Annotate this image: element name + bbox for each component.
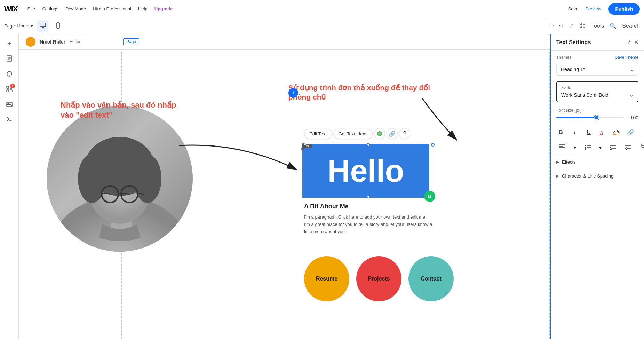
link-text-button[interactable]: 🔗 — [626, 128, 635, 137]
canvas-page: Nicol Rider Editor Page — [19, 34, 550, 339]
effects-arrow-icon: ▶ — [556, 160, 559, 164]
bold-button[interactable]: B — [556, 128, 565, 137]
contact-button[interactable]: Contact — [408, 256, 454, 301]
nav-devmode[interactable]: Dev Mode — [65, 6, 86, 11]
about-me-title: A Bit About Me — [304, 203, 433, 210]
svg-point-31 — [585, 145, 586, 146]
themes-row: Themes Save Theme — [551, 51, 644, 61]
page-selector-label: Page: Home — [4, 23, 29, 29]
projects-button[interactable]: Projects — [356, 256, 401, 301]
char-spacing-arrow-icon: ▶ — [556, 174, 559, 178]
canvas-area: Nicol Rider Editor Page — [19, 34, 550, 339]
nav-help[interactable]: Help — [138, 6, 148, 11]
themes-label: Themes — [556, 55, 571, 60]
char-spacing-accordion[interactable]: ▶ Character & Line Spacing — [551, 169, 644, 183]
add-element-button[interactable]: + — [288, 88, 298, 98]
heading-value: Heading 1* — [561, 66, 585, 72]
nav-upgrade[interactable]: Upgrade — [154, 6, 173, 11]
text-effect-button[interactable] — [374, 128, 385, 139]
fontsize-slider[interactable] — [556, 117, 624, 118]
nav-settings[interactable]: Settings — [42, 6, 58, 11]
user-info-bar: Nicol Rider Editor — [19, 34, 550, 50]
add-element-button[interactable]: ＋ — [3, 37, 16, 49]
edit-text-toolbar: Edit Text Get Text Ideas 🔗 ? — [304, 128, 410, 139]
save-theme-link[interactable]: Save Theme — [615, 55, 638, 60]
align-dropdown-button[interactable]: ▾ — [572, 144, 578, 151]
rotate-handle[interactable]: ↺ — [300, 146, 306, 152]
svg-point-32 — [585, 147, 586, 148]
publish-button[interactable]: Publish — [608, 3, 640, 15]
save-button[interactable]: Save — [568, 6, 579, 11]
text-highlight-button[interactable]: A — [612, 128, 621, 137]
undo-button[interactable]: ↩ — [549, 23, 554, 29]
about-me-section: A Bit About Me I'm a paragraph. Click he… — [304, 203, 433, 235]
help-button[interactable]: ? — [399, 128, 410, 139]
slider-row: 100 — [551, 115, 644, 125]
resize-handle-tr[interactable] — [431, 143, 435, 147]
align-left-button[interactable] — [556, 143, 568, 152]
underline-button[interactable]: U — [584, 128, 593, 137]
effects-accordion[interactable]: ▶ Effects — [551, 155, 644, 169]
user-role: Editor — [70, 39, 80, 44]
svg-rect-10 — [10, 86, 12, 88]
desktop-view-button[interactable] — [37, 21, 48, 32]
list-dropdown-button[interactable]: ▾ — [597, 144, 604, 151]
outdent-button[interactable] — [622, 143, 634, 152]
heading-dropdown[interactable]: Heading 1* ⌄ — [556, 63, 638, 76]
second-toolbar: Page: Home ▾ ↩ ↪ ⤢ Tools 🔍 Search — [0, 18, 644, 34]
buttons-row: Resume Projects Contact — [304, 256, 454, 301]
resume-button[interactable]: Resume — [304, 256, 349, 301]
pages-button[interactable] — [3, 52, 16, 65]
left-sidebar: ＋ — [0, 34, 19, 339]
nav-hire[interactable]: Hire a Professional — [93, 6, 131, 11]
direction-button[interactable] — [638, 143, 644, 152]
svg-rect-12 — [10, 90, 12, 92]
portrait-placeholder — [47, 105, 193, 252]
media-button[interactable] — [3, 98, 16, 111]
search-icon[interactable]: 🔍 — [610, 23, 617, 29]
portrait-image — [47, 105, 193, 252]
fonts-dropdown[interactable]: Work Sans Semi Bold ⌄ — [561, 92, 634, 98]
resize-handle-bc[interactable] — [367, 195, 370, 198]
svg-rect-0 — [40, 23, 46, 27]
hello-text: Hello — [327, 155, 404, 187]
hello-text-box[interactable]: Hello — [302, 144, 429, 198]
mobile-view-button[interactable] — [53, 21, 64, 32]
apps-button[interactable] — [3, 83, 16, 95]
char-spacing-label: Character & Line Spacing — [562, 173, 613, 179]
plus-icon: ＋ — [6, 39, 13, 47]
format-row: B I U A A 🔗 — [551, 125, 644, 140]
blog-button[interactable] — [3, 113, 16, 126]
nav-site[interactable]: Site — [27, 6, 35, 11]
toolbar-actions: ↩ ↪ ⤢ Tools 🔍 Search — [549, 22, 640, 30]
list-button[interactable] — [582, 143, 594, 152]
top-nav: WIX Site Settings Dev Mode Hire a Profes… — [0, 0, 644, 18]
avatar — [26, 37, 35, 47]
expand-icon[interactable]: ⤢ — [569, 23, 574, 29]
redo-button[interactable]: ↪ — [559, 23, 564, 29]
annotation-right: Sử dụng trình đơn thả xuống để thay đổi … — [288, 83, 435, 102]
close-icon[interactable]: ✕ — [634, 39, 638, 46]
slider-fill — [556, 117, 597, 118]
text-color-button[interactable]: A — [598, 128, 607, 137]
tools-button[interactable] — [579, 22, 586, 30]
svg-point-26 — [378, 132, 381, 135]
svg-rect-5 — [580, 26, 582, 28]
italic-button[interactable]: I — [570, 128, 579, 137]
search-label[interactable]: Search — [622, 23, 640, 29]
user-name: Nicol Rider — [40, 39, 65, 45]
slider-thumb[interactable] — [594, 115, 599, 120]
svg-point-33 — [585, 148, 586, 150]
edit-text-button[interactable]: Edit Text — [304, 129, 332, 139]
tools-label[interactable]: Tools — [591, 23, 604, 29]
get-text-ideas-button[interactable]: Get Text Ideas — [333, 129, 373, 139]
indent-button[interactable] — [607, 143, 619, 152]
link-button[interactable]: 🔗 — [387, 128, 398, 139]
help-icon[interactable]: ? — [627, 39, 630, 46]
preview-button[interactable]: Preview — [585, 6, 601, 11]
design-button[interactable] — [3, 68, 16, 80]
page-selector[interactable]: Page: Home ▾ — [4, 23, 33, 29]
resize-handle-tc[interactable] — [367, 143, 370, 147]
effects-label: Effects — [562, 159, 576, 165]
svg-rect-4 — [583, 23, 585, 25]
